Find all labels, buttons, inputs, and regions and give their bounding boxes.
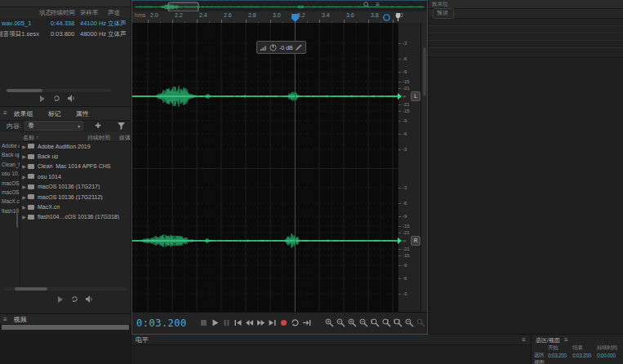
tab-properties[interactable]: 属性 xyxy=(76,109,89,118)
files-table-header[interactable]: 状态持续时间采样率声道 xyxy=(0,7,131,18)
zoom-magnifier-icon[interactable] xyxy=(363,2,370,8)
preset-dropdown[interactable]: 预设 xyxy=(433,8,454,19)
tree-row[interactable]: ▶Adobe Audition 2019 xyxy=(20,141,131,151)
files-col-1[interactable]: 状态 xyxy=(39,9,51,17)
fast-forward-button[interactable] xyxy=(256,318,265,327)
drive-shortcut[interactable]: Adobe A xyxy=(0,141,20,150)
drive-shortcut[interactable]: Back up xyxy=(0,150,20,159)
playhead-marker[interactable] xyxy=(291,14,299,22)
effect-slot[interactable] xyxy=(429,33,623,41)
waveform-display[interactable]: -0 dB xyxy=(132,23,398,312)
effect-slot[interactable] xyxy=(429,26,623,33)
hud-knob-icon[interactable] xyxy=(269,44,277,51)
zoom-to-in-point-button[interactable] xyxy=(371,318,380,327)
files-hscroll-thumb[interactable] xyxy=(7,89,42,92)
levels-meter[interactable] xyxy=(131,344,531,364)
tree-hscroll-thumb[interactable] xyxy=(15,287,47,291)
tab-video[interactable]: 视频 xyxy=(14,315,27,324)
timeline-ruler[interactable]: hms 2.02.22.42.62.83.03.23.43.63.84.0 xyxy=(132,11,427,24)
filter-icon[interactable] xyxy=(118,122,125,130)
tree-row[interactable]: ▶Clean_Mac 1014 APFS CHS xyxy=(20,162,131,171)
tree-row[interactable]: ▶macOS 10136 (17G217) xyxy=(20,182,131,192)
disclosure-triangle-icon[interactable]: ▶ xyxy=(20,153,28,159)
zoom-out-amplitude-button[interactable] xyxy=(359,318,368,327)
tree-hscrollbar[interactable] xyxy=(3,287,127,291)
loop-indicator-icon[interactable] xyxy=(383,14,390,21)
media-browser-tree: ▶Adobe Audition 2019▶Back up▶Clean_Mac 1… xyxy=(20,141,131,286)
panel-menu-icon[interactable]: ≡ xyxy=(3,317,7,323)
overview-menu-icon[interactable]: ≡ xyxy=(376,2,380,8)
effect-slot[interactable] xyxy=(429,41,623,48)
channel-badge[interactable]: R xyxy=(411,236,421,246)
marker-pin-icon[interactable] xyxy=(395,13,401,21)
selection-view-menu-icon[interactable]: ≡ xyxy=(564,337,568,344)
disclosure-triangle-icon[interactable]: ▶ xyxy=(20,204,28,210)
zoom-out-full-button[interactable] xyxy=(405,318,414,327)
tree-row[interactable]: ▶osu 1014 xyxy=(20,171,131,181)
disclosure-triangle-icon[interactable]: ▶ xyxy=(20,214,28,220)
preview-play-icon[interactable] xyxy=(39,95,46,102)
zoom-to-selection-button[interactable] xyxy=(394,318,403,327)
volume-hud[interactable]: -0 dB xyxy=(256,41,306,54)
current-time-display[interactable]: 0:03.200 xyxy=(136,317,187,329)
zoom-in-time-button[interactable] xyxy=(325,318,334,327)
play-button[interactable] xyxy=(211,318,220,327)
panel-menu-icon[interactable]: ≡ xyxy=(3,110,7,117)
zoom-in-amplitude-button[interactable] xyxy=(348,318,357,327)
tree-row[interactable]: ▶Back up xyxy=(20,151,131,161)
add-shortcut-icon[interactable]: ✚ xyxy=(95,122,101,130)
tab-markers[interactable]: 标记 xyxy=(48,109,61,118)
skip-to-end-button[interactable] xyxy=(268,318,277,327)
drive-shortcut[interactable]: macOS xyxy=(0,179,20,188)
record-button[interactable] xyxy=(279,318,288,327)
zoom-out-time-button[interactable] xyxy=(336,318,345,327)
drive-shortcut[interactable]: macOS 1 xyxy=(0,188,20,197)
drive-shortcut[interactable]: Clean_M xyxy=(0,160,20,169)
amplitude-ruler[interactable]: -3-3-6-6-9-9-15-15-21-21∞L-3-3-6-6-9-9-1… xyxy=(398,23,421,312)
tree-row[interactable]: ▶MacX.cn xyxy=(20,202,131,211)
rail-scrollbar-thumb[interactable] xyxy=(16,208,18,228)
preview-speaker-icon[interactable] xyxy=(86,295,94,303)
preview-loop-icon[interactable] xyxy=(71,295,78,303)
content-dropdown[interactable]: 卷 ▾ xyxy=(24,121,83,131)
db-label: -15 xyxy=(403,224,410,229)
preview-loop-icon[interactable] xyxy=(53,95,60,102)
effect-slot[interactable] xyxy=(429,48,623,55)
disclosure-triangle-icon[interactable]: ▶ xyxy=(20,144,28,149)
file-overview-strip[interactable]: ≡ xyxy=(132,1,427,12)
file-row[interactable]: 1_005.wav0:44.33844100 Hz立体声 xyxy=(0,18,131,29)
disclosure-triangle-icon[interactable]: ▶ xyxy=(20,184,28,189)
pause-button[interactable] xyxy=(222,318,231,327)
file-row[interactable]: 色混音项目1.sesx0:03.80048000 Hz立体声 xyxy=(0,29,131,39)
disclosure-triangle-icon[interactable]: ▶ xyxy=(20,194,28,200)
files-col-4[interactable]: 声道 xyxy=(108,9,129,17)
transport-menu-button[interactable] xyxy=(416,318,425,327)
drive-shortcut[interactable]: osu 10.1 xyxy=(0,169,20,178)
tree-row[interactable]: ▶macOS 10136 (17G2112) xyxy=(20,192,131,202)
files-col-3[interactable]: 采样率 xyxy=(80,9,108,17)
files-hscrollbar[interactable] xyxy=(5,89,111,92)
vscroll-thumb[interactable] xyxy=(423,47,426,96)
tree-row[interactable]: ▶flash104…cOS 10136 (17G318) xyxy=(20,212,131,222)
disclosure-triangle-icon[interactable]: ▶ xyxy=(20,174,28,180)
zoom-to-out-point-button[interactable] xyxy=(382,318,391,327)
rewind-button[interactable] xyxy=(245,318,254,327)
editor-vertical-scrollbar[interactable] xyxy=(421,23,428,312)
effect-slot[interactable] xyxy=(429,19,623,26)
hud-pencil-icon[interactable] xyxy=(296,44,302,51)
disclosure-triangle-icon[interactable]: ▶ xyxy=(20,163,28,169)
selection-row[interactable]: 视图 xyxy=(532,359,623,364)
skip-selection-button[interactable] xyxy=(302,318,311,327)
loop-playback-button[interactable] xyxy=(291,318,300,327)
levels-menu-icon[interactable]: ≡ xyxy=(522,337,526,344)
preview-play-icon[interactable] xyxy=(57,296,64,303)
files-col-2[interactable]: 持续时间 xyxy=(51,9,80,17)
selection-row[interactable]: 选区0:03.2000:03.2000:00.000 xyxy=(532,352,623,359)
preview-speaker-icon[interactable] xyxy=(68,95,76,102)
skip-to-start-button[interactable] xyxy=(234,318,243,327)
video-panel-bar[interactable] xyxy=(2,325,129,330)
tab-effects-rack[interactable]: 效果组 xyxy=(14,109,33,118)
drive-shortcut[interactable]: MacX.c xyxy=(0,197,20,206)
stop-button[interactable] xyxy=(199,318,208,327)
channel-badge[interactable]: L xyxy=(411,91,421,101)
